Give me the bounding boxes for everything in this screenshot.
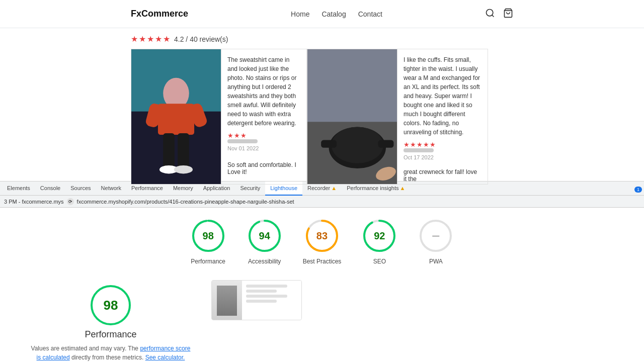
score-performance[interactable]: 98 Performance [190, 218, 226, 265]
review-stars-2: ★ ★ ★ ★ ★ [404, 141, 481, 148]
review-date-1: Nov 01 2022 [227, 145, 300, 151]
reviewer-name-bar-2 [404, 148, 434, 152]
nav-home[interactable]: Home [291, 10, 309, 18]
svg-rect-10 [178, 133, 189, 169]
pwa-label: PWA [429, 258, 443, 265]
url-dot-icon: ⟳ [67, 198, 74, 205]
review-text-3: I like the cuffs. Fits small, tighter in… [404, 55, 481, 137]
scores-row: 98 Performance 94 Accessibility [0, 208, 644, 270]
devtools-url-bar: 3 PM - fxcommerce.mys ⟳ fxcommerce.mysho… [0, 196, 644, 208]
performance-value: 98 [203, 230, 214, 242]
svg-rect-17 [321, 140, 337, 147]
score-accessibility[interactable]: 94 Accessibility [247, 218, 283, 265]
thumbnail-text-part [242, 281, 301, 320]
r2-star-5: ★ [430, 141, 436, 148]
seo-value: 92 [374, 230, 385, 242]
thumb-line-2 [246, 290, 277, 293]
bottom-section: 98 Performance Values are estimated and … [0, 270, 644, 362]
svg-point-16 [332, 127, 383, 163]
svg-point-0 [486, 9, 493, 16]
search-icon[interactable] [485, 8, 495, 20]
svg-line-1 [492, 15, 494, 17]
is-calculated-link[interactable]: is calculated [37, 354, 70, 361]
reviews-section: ★ ★ ★ ★ ★ 4.2 / 40 review(s) [0, 28, 644, 185]
nav-icon-group [485, 8, 513, 20]
review-image-1 [131, 49, 221, 185]
devtools-url-text: fxcommerce.myshopify.com/products/416-cr… [77, 199, 294, 205]
site-logo: FxCommerce [131, 9, 188, 19]
accessibility-circle: 94 [247, 218, 283, 254]
score-pwa[interactable]: — PWA [418, 218, 454, 265]
r1-star-2: ★ [234, 132, 240, 139]
score-best-practices[interactable]: 83 Best Practices [303, 218, 342, 265]
r2-star-2: ★ [410, 141, 416, 148]
best-practices-circle: 83 [304, 218, 340, 254]
star-1: ★ [131, 34, 138, 44]
devtools-badge-area: 1 [632, 184, 642, 193]
rating-row: ★ ★ ★ ★ ★ 4.2 / 40 review(s) [131, 34, 513, 44]
thumb-line-1 [246, 285, 287, 288]
svg-rect-18 [378, 140, 394, 147]
main-perf-title: Performance [85, 329, 136, 340]
review-date-2: Oct 17 2022 [404, 154, 481, 160]
nav-catalog[interactable]: Catalog [321, 10, 346, 18]
review-text-1: The sweatshirt came in and looked just l… [227, 55, 300, 128]
score-seo[interactable]: 92 SEO [361, 218, 397, 265]
seo-circle: 92 [361, 218, 397, 254]
recorder-warning-icon: ▲ [331, 185, 337, 191]
page-thumbnail [211, 280, 302, 320]
main-perf-circle: 98 [91, 285, 131, 325]
review-cards-container: The sweatshirt came in and looked just l… [131, 49, 513, 185]
star-4: ★ [155, 34, 162, 44]
seo-label: SEO [373, 258, 386, 265]
review-text-card-2: I like the cuffs. Fits small, tighter in… [397, 49, 488, 185]
thumbnail-preview [211, 280, 302, 362]
review-text-4-short: great crewneck for fall! love it the [404, 168, 481, 183]
nav-contact[interactable]: Contact [358, 10, 382, 18]
nav-links: Home Catalog Contact [291, 10, 382, 18]
r2-star-3: ★ [417, 141, 423, 148]
devtools-time-text: 3 PM - fxcommerce.mys [4, 199, 64, 205]
star-5: ★ [163, 34, 170, 44]
r1-star-1: ★ [227, 132, 233, 139]
svg-point-12 [174, 165, 193, 173]
thumbnail-image-part [212, 281, 242, 320]
perf-description: Values are estimated and may vary. The p… [31, 344, 191, 362]
perf-insights-warning-icon: ▲ [400, 185, 406, 191]
calculator-link[interactable]: See calculator. [145, 354, 185, 361]
navigation: FxCommerce Home Catalog Contact [0, 0, 644, 28]
star-2: ★ [139, 34, 146, 44]
r2-star-1: ★ [404, 141, 410, 148]
thumbnail-product-image [217, 286, 237, 316]
main-perf-value: 98 [104, 298, 118, 313]
main-performance-section: 98 Performance Values are estimated and … [30, 275, 191, 362]
performance-circle: 98 [190, 218, 226, 254]
devtools-badge: 1 [634, 187, 642, 193]
r1-star-3: ★ [240, 132, 247, 139]
rating-text: 4.2 / 40 review(s) [174, 35, 228, 43]
pwa-value: — [432, 232, 439, 240]
review-text-card-1: The sweatshirt came in and looked just l… [221, 49, 307, 185]
url-dot-inner: ⟳ [68, 199, 72, 204]
accessibility-value: 94 [259, 230, 270, 242]
r2-star-4: ★ [423, 141, 429, 148]
reviewer-name-bar-1 [227, 139, 258, 143]
review-image-2 [307, 49, 397, 185]
cart-icon[interactable] [503, 8, 513, 20]
svg-rect-9 [163, 133, 175, 169]
star-3: ★ [147, 34, 154, 44]
thumb-line-4 [246, 300, 277, 303]
performance-label: Performance [191, 258, 225, 265]
star-rating: ★ ★ ★ ★ ★ [131, 34, 170, 44]
best-practices-value: 83 [316, 230, 328, 242]
lighthouse-content: 98 Performance 94 Accessibility [0, 208, 644, 362]
accessibility-label: Accessibility [248, 258, 281, 265]
thumb-line-3 [246, 295, 287, 298]
best-practices-label: Best Practices [303, 258, 342, 265]
review-text-2-short: So soft and comfortable. I Love it! [227, 161, 300, 175]
svg-rect-6 [158, 104, 194, 135]
review-stars-1: ★ ★ ★ [227, 132, 300, 139]
pwa-circle: — [418, 218, 454, 254]
devtools-panel: Elements Console Sources Network Perform… [0, 181, 644, 362]
perf-score-link[interactable]: performance score [140, 345, 190, 352]
